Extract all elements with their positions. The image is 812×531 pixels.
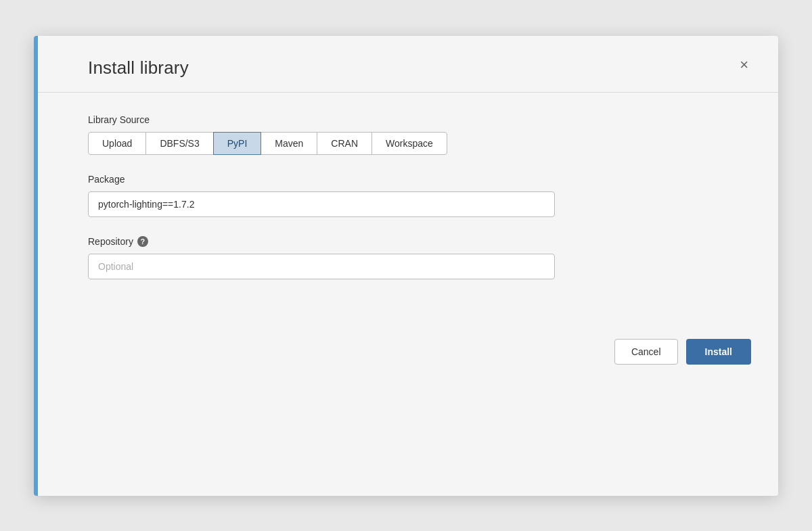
tab-pypi[interactable]: PyPI (213, 132, 262, 155)
dialog-header: Install library × (34, 36, 778, 93)
dialog-title: Install library (88, 57, 751, 78)
source-tabs: Upload DBFS/S3 PyPI Maven CRAN Workspace (88, 132, 751, 155)
repository-section: Repository ? (88, 236, 751, 279)
repository-help-icon[interactable]: ? (137, 236, 148, 247)
close-button[interactable]: × (734, 55, 754, 75)
package-label: Package (88, 174, 751, 185)
package-section: Package (88, 174, 751, 217)
tab-cran[interactable]: CRAN (317, 132, 372, 155)
repository-input[interactable] (88, 254, 555, 279)
library-source-section: Library Source Upload DBFS/S3 PyPI Maven… (88, 114, 751, 155)
install-button[interactable]: Install (686, 339, 751, 365)
repository-label: Repository ? (88, 236, 751, 247)
package-input[interactable] (88, 191, 555, 217)
dialog-body: Library Source Upload DBFS/S3 PyPI Maven… (34, 93, 778, 320)
dialog-footer: Cancel Install (34, 320, 778, 389)
library-source-label: Library Source (88, 114, 751, 125)
tab-workspace[interactable]: Workspace (371, 132, 447, 155)
cancel-button[interactable]: Cancel (614, 339, 678, 365)
install-library-dialog: Install library × Library Source Upload … (34, 36, 778, 496)
tab-maven[interactable]: Maven (261, 132, 317, 155)
dialog-accent-border (34, 36, 38, 496)
tab-dbfs-s3[interactable]: DBFS/S3 (145, 132, 213, 155)
tab-upload[interactable]: Upload (88, 132, 146, 155)
